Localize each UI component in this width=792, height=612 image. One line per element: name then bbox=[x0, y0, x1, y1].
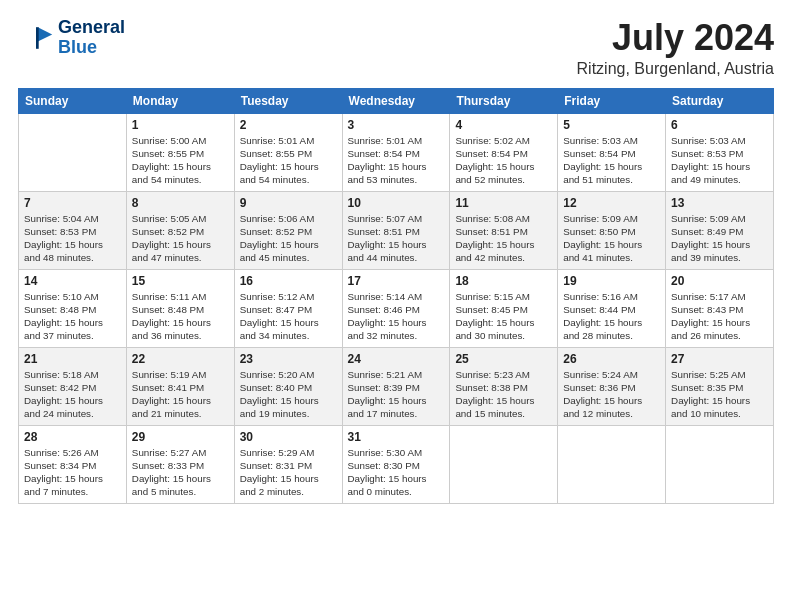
header-thursday: Thursday bbox=[450, 88, 558, 113]
day-info: Sunrise: 5:16 AM Sunset: 8:44 PM Dayligh… bbox=[563, 290, 660, 343]
table-row bbox=[666, 425, 774, 503]
table-row: 27Sunrise: 5:25 AM Sunset: 8:35 PM Dayli… bbox=[666, 347, 774, 425]
day-number: 1 bbox=[132, 118, 229, 132]
day-number: 24 bbox=[348, 352, 445, 366]
location: Ritzing, Burgenland, Austria bbox=[577, 60, 774, 78]
day-number: 14 bbox=[24, 274, 121, 288]
day-number: 3 bbox=[348, 118, 445, 132]
table-row: 30Sunrise: 5:29 AM Sunset: 8:31 PM Dayli… bbox=[234, 425, 342, 503]
header-saturday: Saturday bbox=[666, 88, 774, 113]
day-info: Sunrise: 5:20 AM Sunset: 8:40 PM Dayligh… bbox=[240, 368, 337, 421]
day-info: Sunrise: 5:21 AM Sunset: 8:39 PM Dayligh… bbox=[348, 368, 445, 421]
day-number: 19 bbox=[563, 274, 660, 288]
calendar: Sunday Monday Tuesday Wednesday Thursday… bbox=[18, 88, 774, 504]
day-number: 16 bbox=[240, 274, 337, 288]
day-number: 11 bbox=[455, 196, 552, 210]
day-info: Sunrise: 5:04 AM Sunset: 8:53 PM Dayligh… bbox=[24, 212, 121, 265]
day-info: Sunrise: 5:18 AM Sunset: 8:42 PM Dayligh… bbox=[24, 368, 121, 421]
day-info: Sunrise: 5:24 AM Sunset: 8:36 PM Dayligh… bbox=[563, 368, 660, 421]
table-row: 18Sunrise: 5:15 AM Sunset: 8:45 PM Dayli… bbox=[450, 269, 558, 347]
header-friday: Friday bbox=[558, 88, 666, 113]
day-number: 8 bbox=[132, 196, 229, 210]
table-row: 23Sunrise: 5:20 AM Sunset: 8:40 PM Dayli… bbox=[234, 347, 342, 425]
header: General Blue July 2024 Ritzing, Burgenla… bbox=[18, 18, 774, 78]
day-number: 26 bbox=[563, 352, 660, 366]
day-info: Sunrise: 5:05 AM Sunset: 8:52 PM Dayligh… bbox=[132, 212, 229, 265]
day-info: Sunrise: 5:27 AM Sunset: 8:33 PM Dayligh… bbox=[132, 446, 229, 499]
logo: General Blue bbox=[18, 18, 125, 58]
table-row: 11Sunrise: 5:08 AM Sunset: 8:51 PM Dayli… bbox=[450, 191, 558, 269]
day-info: Sunrise: 5:01 AM Sunset: 8:54 PM Dayligh… bbox=[348, 134, 445, 187]
day-number: 25 bbox=[455, 352, 552, 366]
table-row: 16Sunrise: 5:12 AM Sunset: 8:47 PM Dayli… bbox=[234, 269, 342, 347]
day-info: Sunrise: 5:03 AM Sunset: 8:54 PM Dayligh… bbox=[563, 134, 660, 187]
day-number: 6 bbox=[671, 118, 768, 132]
table-row: 24Sunrise: 5:21 AM Sunset: 8:39 PM Dayli… bbox=[342, 347, 450, 425]
day-number: 5 bbox=[563, 118, 660, 132]
day-info: Sunrise: 5:02 AM Sunset: 8:54 PM Dayligh… bbox=[455, 134, 552, 187]
header-wednesday: Wednesday bbox=[342, 88, 450, 113]
table-row: 31Sunrise: 5:30 AM Sunset: 8:30 PM Dayli… bbox=[342, 425, 450, 503]
day-number: 28 bbox=[24, 430, 121, 444]
day-number: 20 bbox=[671, 274, 768, 288]
table-row: 15Sunrise: 5:11 AM Sunset: 8:48 PM Dayli… bbox=[126, 269, 234, 347]
table-row: 22Sunrise: 5:19 AM Sunset: 8:41 PM Dayli… bbox=[126, 347, 234, 425]
day-info: Sunrise: 5:26 AM Sunset: 8:34 PM Dayligh… bbox=[24, 446, 121, 499]
day-number: 29 bbox=[132, 430, 229, 444]
day-info: Sunrise: 5:07 AM Sunset: 8:51 PM Dayligh… bbox=[348, 212, 445, 265]
table-row: 14Sunrise: 5:10 AM Sunset: 8:48 PM Dayli… bbox=[19, 269, 127, 347]
header-monday: Monday bbox=[126, 88, 234, 113]
calendar-week-row: 1Sunrise: 5:00 AM Sunset: 8:55 PM Daylig… bbox=[19, 113, 774, 191]
day-info: Sunrise: 5:00 AM Sunset: 8:55 PM Dayligh… bbox=[132, 134, 229, 187]
month-year: July 2024 bbox=[577, 18, 774, 58]
table-row bbox=[450, 425, 558, 503]
day-number: 27 bbox=[671, 352, 768, 366]
table-row: 6Sunrise: 5:03 AM Sunset: 8:53 PM Daylig… bbox=[666, 113, 774, 191]
day-info: Sunrise: 5:08 AM Sunset: 8:51 PM Dayligh… bbox=[455, 212, 552, 265]
table-row: 20Sunrise: 5:17 AM Sunset: 8:43 PM Dayli… bbox=[666, 269, 774, 347]
logo-text: General Blue bbox=[58, 18, 125, 58]
day-number: 23 bbox=[240, 352, 337, 366]
table-row: 8Sunrise: 5:05 AM Sunset: 8:52 PM Daylig… bbox=[126, 191, 234, 269]
day-number: 17 bbox=[348, 274, 445, 288]
day-number: 31 bbox=[348, 430, 445, 444]
day-number: 10 bbox=[348, 196, 445, 210]
table-row bbox=[558, 425, 666, 503]
table-row: 1Sunrise: 5:00 AM Sunset: 8:55 PM Daylig… bbox=[126, 113, 234, 191]
day-info: Sunrise: 5:10 AM Sunset: 8:48 PM Dayligh… bbox=[24, 290, 121, 343]
day-number: 22 bbox=[132, 352, 229, 366]
day-number: 18 bbox=[455, 274, 552, 288]
day-number: 12 bbox=[563, 196, 660, 210]
day-info: Sunrise: 5:23 AM Sunset: 8:38 PM Dayligh… bbox=[455, 368, 552, 421]
svg-rect-1 bbox=[36, 27, 39, 49]
calendar-week-row: 7Sunrise: 5:04 AM Sunset: 8:53 PM Daylig… bbox=[19, 191, 774, 269]
header-sunday: Sunday bbox=[19, 88, 127, 113]
day-number: 13 bbox=[671, 196, 768, 210]
day-info: Sunrise: 5:25 AM Sunset: 8:35 PM Dayligh… bbox=[671, 368, 768, 421]
table-row: 17Sunrise: 5:14 AM Sunset: 8:46 PM Dayli… bbox=[342, 269, 450, 347]
table-row: 21Sunrise: 5:18 AM Sunset: 8:42 PM Dayli… bbox=[19, 347, 127, 425]
day-info: Sunrise: 5:17 AM Sunset: 8:43 PM Dayligh… bbox=[671, 290, 768, 343]
table-row: 19Sunrise: 5:16 AM Sunset: 8:44 PM Dayli… bbox=[558, 269, 666, 347]
day-info: Sunrise: 5:11 AM Sunset: 8:48 PM Dayligh… bbox=[132, 290, 229, 343]
table-row: 2Sunrise: 5:01 AM Sunset: 8:55 PM Daylig… bbox=[234, 113, 342, 191]
day-info: Sunrise: 5:09 AM Sunset: 8:50 PM Dayligh… bbox=[563, 212, 660, 265]
table-row: 3Sunrise: 5:01 AM Sunset: 8:54 PM Daylig… bbox=[342, 113, 450, 191]
day-info: Sunrise: 5:06 AM Sunset: 8:52 PM Dayligh… bbox=[240, 212, 337, 265]
day-info: Sunrise: 5:12 AM Sunset: 8:47 PM Dayligh… bbox=[240, 290, 337, 343]
table-row: 26Sunrise: 5:24 AM Sunset: 8:36 PM Dayli… bbox=[558, 347, 666, 425]
table-row: 7Sunrise: 5:04 AM Sunset: 8:53 PM Daylig… bbox=[19, 191, 127, 269]
svg-marker-0 bbox=[38, 27, 52, 41]
day-info: Sunrise: 5:14 AM Sunset: 8:46 PM Dayligh… bbox=[348, 290, 445, 343]
calendar-week-row: 28Sunrise: 5:26 AM Sunset: 8:34 PM Dayli… bbox=[19, 425, 774, 503]
day-number: 2 bbox=[240, 118, 337, 132]
calendar-header-row: Sunday Monday Tuesday Wednesday Thursday… bbox=[19, 88, 774, 113]
day-info: Sunrise: 5:29 AM Sunset: 8:31 PM Dayligh… bbox=[240, 446, 337, 499]
day-info: Sunrise: 5:03 AM Sunset: 8:53 PM Dayligh… bbox=[671, 134, 768, 187]
table-row: 9Sunrise: 5:06 AM Sunset: 8:52 PM Daylig… bbox=[234, 191, 342, 269]
table-row bbox=[19, 113, 127, 191]
table-row: 28Sunrise: 5:26 AM Sunset: 8:34 PM Dayli… bbox=[19, 425, 127, 503]
day-number: 30 bbox=[240, 430, 337, 444]
day-number: 15 bbox=[132, 274, 229, 288]
day-info: Sunrise: 5:30 AM Sunset: 8:30 PM Dayligh… bbox=[348, 446, 445, 499]
